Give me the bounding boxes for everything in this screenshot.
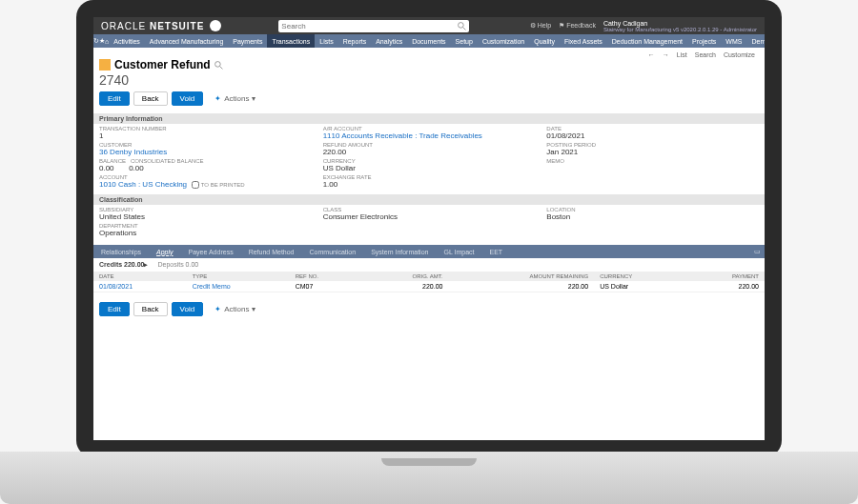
col-remain[interactable]: AMOUNT REMAINING [448,272,594,281]
col-type[interactable]: TYPE [187,272,290,281]
cell-remain: 220.00 [448,281,594,292]
menu-transactions[interactable]: Transactions [267,34,315,48]
menu-demo-assist[interactable]: Demo Assist [746,34,765,48]
credits-total: Credits 220.00 [99,261,144,268]
menu-wms[interactable]: WMS [721,34,746,48]
button-row-bottom: Edit Back Void ✦Actions▾ [93,296,765,322]
label-memo: MEMO [546,158,759,164]
feedback-link[interactable]: ⚑ Feedback [559,22,596,30]
value-consolidated-balance: 0.00 [129,164,144,172]
tab-refund-method[interactable]: Refund Method [241,245,302,258]
menu-projects[interactable]: Projects [687,34,721,48]
nav-next-icon[interactable]: → [663,51,669,58]
value-class: Consumer Electronics [323,212,536,221]
value-location: Boston [546,212,759,221]
tab-gl-impact[interactable]: GL Impact [436,245,481,258]
record-icon [99,59,111,71]
menu-quality[interactable]: Quality [529,34,560,48]
tab-communication[interactable]: Communication [302,245,364,258]
menu-customization[interactable]: Customization [478,34,529,48]
tab-eet[interactable]: EET [482,245,511,258]
svg-line-3 [219,66,222,69]
cell-currency: US Dollar [594,281,685,292]
checkbox-to-be-printed[interactable] [192,181,199,189]
link-ar-account[interactable]: 1110 Accounts Receivable : Trade Receiva… [323,131,482,140]
deposits-total: Deposits 0.00 [157,261,198,268]
menu-analytics[interactable]: Analytics [371,34,407,48]
value-posting-period: Jan 2021 [546,148,759,156]
back-button-bottom[interactable]: Back [133,302,168,316]
page-action-search[interactable]: Search [695,51,716,58]
void-button-bottom[interactable]: Void [172,302,204,316]
void-button[interactable]: Void [172,91,204,106]
tab-payee-address[interactable]: Payee Address [181,245,241,258]
header-bar: ORACLE NETSUITE ⚙ Help ⚑ Feedback Cathy … [93,17,765,34]
value-txn-number: 1 [99,131,312,140]
nav-prev-icon[interactable]: ← [648,51,655,58]
cell-payment: 220.00 [685,281,765,292]
global-search[interactable] [278,20,469,32]
col-payment[interactable]: PAYMENT [685,272,765,281]
link-customer[interactable]: 36 Denby Industries [99,148,167,156]
menu-activities[interactable]: Activities [109,34,145,48]
value-balance: 0.00 [99,164,114,172]
value-refund-amount: 220.00 [323,148,536,156]
menu-reports[interactable]: Reports [338,34,372,48]
actions-menu-bottom[interactable]: ✦Actions▾ [214,305,255,313]
section-classification: Classification [93,194,765,205]
menu-advanced-manufacturing[interactable]: Advanced Manufacturing [145,34,228,48]
col-ref[interactable]: REF NO. [290,272,361,281]
tab-apply[interactable]: Apply [149,245,181,258]
main-menu: ↻ ★ ⌂ ActivitiesAdvanced ManufacturingPa… [93,34,765,48]
title-search-icon[interactable] [214,61,223,70]
menu-payments[interactable]: Payments [228,34,267,48]
back-button[interactable]: Back [133,91,168,106]
value-department: Operations [99,229,312,237]
link-account[interactable]: 1010 Cash : US Checking [99,180,187,189]
help-link[interactable]: ⚙ Help [530,22,551,30]
page-action-customize[interactable]: Customize [724,51,755,58]
svg-point-2 [214,61,220,67]
cell-ref: CM07 [290,281,361,292]
actions-menu[interactable]: ✦Actions▾ [214,94,255,103]
subtab-expand-icon[interactable]: ▭ [754,248,765,255]
record-number: 2740 [99,72,759,88]
section-primary: Primary Information [93,113,765,124]
edit-button[interactable]: Edit [99,91,130,106]
menu-lists[interactable]: Lists [315,34,337,48]
menu-fixed-assets[interactable]: Fixed Assets [560,34,607,48]
col-orig[interactable]: ORIG. AMT. [361,272,448,281]
menu-deduction-management[interactable]: Deduction Management [607,34,687,48]
menu-setup[interactable]: Setup [451,34,478,48]
value-currency: US Dollar [323,164,536,172]
table-row[interactable]: 01/08/2021Credit MemoCM07220.00220.00US … [93,281,765,292]
svg-line-1 [463,27,466,30]
apply-table: DATE TYPE REF NO. ORIG. AMT. AMOUNT REMA… [93,272,765,292]
apply-header: Credits 220.00▸ Deposits 0.00 [93,258,765,272]
svg-point-0 [459,22,464,28]
cell-orig: 220.00 [361,281,448,292]
gear-icon: ✦ [214,305,221,313]
gear-icon: ✦ [214,94,221,103]
page-action-list[interactable]: List [677,51,687,58]
subtab-bar: RelationshipsApplyPayee AddressRefund Me… [93,245,765,258]
user-menu[interactable]: Cathy Cadigan Stairway for Manufacturing… [603,20,757,32]
edit-button-bottom[interactable]: Edit [99,302,130,316]
label-to-be-printed: TO BE PRINTED [201,182,245,188]
brand-logo: ORACLE NETSUITE [101,21,204,31]
cell-type[interactable]: Credit Memo [193,283,231,290]
search-icon[interactable] [458,22,466,30]
value-date: 01/08/2021 [546,131,759,140]
button-row-top: Edit Back Void ✦Actions▾ [99,91,759,106]
cell-date[interactable]: 01/08/2021 [99,283,133,290]
tab-system-information[interactable]: System Information [363,245,436,258]
search-input[interactable] [281,22,453,30]
value-subsidiary: United States [99,212,312,221]
page-title: Customer Refund [114,58,211,71]
col-currency[interactable]: CURRENCY [594,272,685,281]
value-exchange-rate: 1.00 [323,180,536,189]
tenant-icon[interactable] [210,20,221,31]
menu-documents[interactable]: Documents [407,34,450,48]
tab-relationships[interactable]: Relationships [93,245,149,258]
col-date[interactable]: DATE [93,272,187,281]
